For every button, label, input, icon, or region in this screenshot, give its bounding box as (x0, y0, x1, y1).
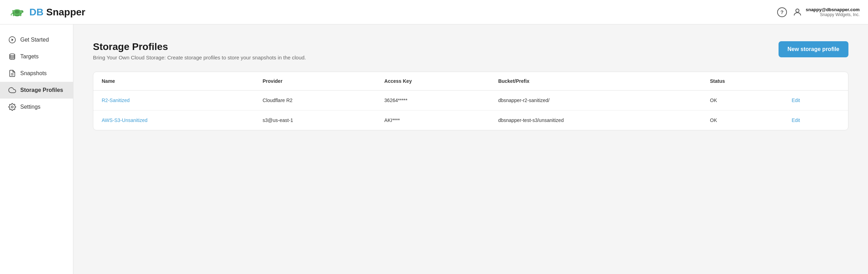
cell-status: OK (702, 91, 783, 110)
main-content: Storage Profiles Bring Your Own Cloud St… (73, 24, 868, 274)
table-row: AWS-S3-Unsanitized s3@us-east-1 AKI**** … (93, 110, 848, 130)
header-right: ? snappy@dbsnapper.com Snappy Widgets, I… (777, 7, 860, 17)
sidebar-item-storage-profiles[interactable]: Storage Profiles (0, 82, 73, 99)
cell-status: OK (702, 110, 783, 130)
col-access-key: Access Key (376, 72, 490, 91)
edit-link[interactable]: Edit (791, 117, 800, 123)
cell-provider: Cloudflare R2 (254, 91, 376, 110)
cell-edit: Edit (783, 110, 848, 130)
col-status: Status (702, 72, 783, 91)
cell-edit: Edit (783, 91, 848, 110)
gear-icon (8, 103, 16, 111)
cell-access-key: 36264***** (376, 91, 490, 110)
svg-point-9 (796, 9, 799, 12)
sidebar-item-label: Storage Profiles (20, 87, 63, 93)
cell-provider: s3@us-east-1 (254, 110, 376, 130)
edit-link[interactable]: Edit (791, 98, 800, 103)
user-icon (793, 7, 802, 17)
sidebar-item-label: Get Started (20, 37, 49, 43)
storage-profiles-table-container: Name Provider Access Key Bucket/Prefix S… (93, 72, 848, 130)
table-row: R2-Sanitized Cloudflare R2 36264***** db… (93, 91, 848, 110)
database-icon (8, 53, 16, 60)
sidebar-item-snapshots[interactable]: Snapshots (0, 65, 73, 82)
svg-point-4 (22, 10, 23, 11)
svg-point-12 (10, 54, 15, 56)
sidebar: Get Started Targets Snapshots (0, 24, 73, 274)
svg-point-15 (11, 106, 13, 108)
col-bucket-prefix: Bucket/Prefix (490, 72, 702, 91)
turtle-icon (8, 3, 26, 21)
page-subtitle: Bring Your Own Cloud Storage: Create sto… (93, 55, 306, 60)
sidebar-item-label: Targets (20, 53, 38, 60)
col-provider: Provider (254, 72, 376, 91)
cell-access-key: AKI**** (376, 110, 490, 130)
col-name: Name (93, 72, 254, 91)
sidebar-item-get-started[interactable]: Get Started (0, 31, 73, 48)
sidebar-item-label: Settings (20, 104, 41, 110)
page-header: Storage Profiles Bring Your Own Cloud St… (93, 41, 848, 60)
logo: DB Snapper (8, 3, 85, 21)
cell-bucket-prefix: dbsnapper-test-s3/unsanitized (490, 110, 702, 130)
profile-name-link[interactable]: R2-Sanitized (102, 98, 130, 103)
storage-profiles-table: Name Provider Access Key Bucket/Prefix S… (93, 72, 848, 130)
help-icon[interactable]: ? (777, 7, 787, 17)
sidebar-item-targets[interactable]: Targets (0, 48, 73, 65)
page-title: Storage Profiles (93, 41, 306, 52)
file-icon (8, 70, 16, 77)
user-area[interactable]: snappy@dbsnapper.com Snappy Widgets, Inc… (793, 7, 860, 17)
user-email: snappy@dbsnapper.com (806, 7, 860, 12)
new-storage-profile-button[interactable]: New storage profile (779, 41, 848, 57)
cell-name: AWS-S3-Unsanitized (93, 110, 254, 130)
svg-point-2 (15, 10, 19, 14)
sidebar-item-settings[interactable]: Settings (0, 99, 73, 115)
user-company: Snappy Widgets, Inc. (806, 12, 860, 17)
profile-name-link[interactable]: AWS-S3-Unsanitized (102, 117, 147, 123)
svg-marker-11 (12, 38, 14, 41)
col-actions (783, 72, 848, 91)
header: DB Snapper ? snappy@dbsnapper.com Snappy… (0, 0, 868, 24)
page-title-area: Storage Profiles Bring Your Own Cloud St… (93, 41, 306, 60)
user-info: snappy@dbsnapper.com Snappy Widgets, Inc… (806, 7, 860, 17)
play-circle-icon (8, 36, 16, 44)
cell-name: R2-Sanitized (93, 91, 254, 110)
logo-text: DB Snapper (29, 7, 85, 18)
layout: Get Started Targets Snapshots (0, 24, 868, 274)
table-header-row: Name Provider Access Key Bucket/Prefix S… (93, 72, 848, 91)
cloud-icon (8, 86, 16, 94)
sidebar-item-label: Snapshots (20, 70, 47, 77)
cell-bucket-prefix: dbsnapper-r2-sanitized/ (490, 91, 702, 110)
